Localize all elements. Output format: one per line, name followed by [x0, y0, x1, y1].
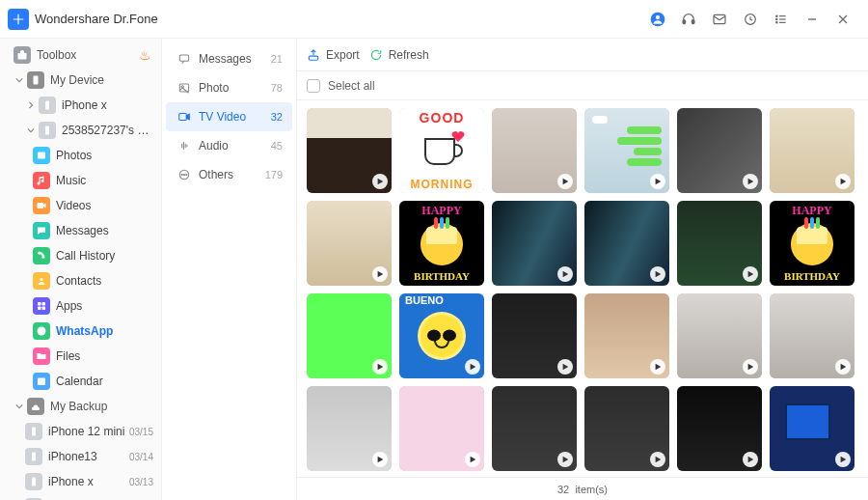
category-photo[interactable]: Photo 78 [166, 73, 292, 102]
account-icon[interactable] [644, 6, 671, 33]
history-icon[interactable] [737, 6, 764, 33]
play-icon [372, 359, 388, 375]
headset-icon[interactable] [675, 6, 702, 33]
sticker-text: HAPPY [792, 205, 831, 216]
sidebar-item-calendar[interactable]: Calendar [0, 369, 161, 394]
play-icon [650, 174, 665, 189]
toolbox-icon [14, 46, 31, 64]
svg-rect-16 [38, 302, 41, 306]
video-thumb[interactable] [770, 386, 854, 471]
svg-rect-19 [42, 307, 46, 311]
sidebar-item-music[interactable]: Music [0, 168, 161, 193]
whatsapp-icon [33, 322, 50, 340]
play-icon [557, 359, 573, 375]
sidebar-my-device[interactable]: My Device [0, 68, 161, 93]
video-thumb[interactable] [399, 386, 484, 471]
sidebar-device-mi[interactable]: 2538527237's Mi ... [0, 118, 161, 143]
video-thumb[interactable] [770, 108, 854, 193]
category-photo-label: Photo [199, 81, 271, 95]
video-thumb[interactable] [492, 386, 577, 471]
sidebar: Toolbox ♨ My Device iPhone x 2538527237'… [0, 39, 162, 500]
sidebar-apps-label: Apps [56, 299, 153, 313]
play-icon [650, 359, 665, 375]
list-icon[interactable] [768, 6, 795, 33]
video-thumb[interactable] [584, 108, 669, 193]
chevron-down-icon [14, 76, 25, 84]
sidebar-backup-2-label: iPhone x [48, 475, 125, 488]
video-thumb[interactable] [770, 293, 854, 378]
video-thumb[interactable] [677, 386, 762, 471]
svg-rect-24 [32, 453, 36, 461]
video-thumb[interactable] [492, 201, 577, 286]
sidebar-item-whatsapp[interactable]: WhatsApp [0, 319, 161, 344]
video-thumb[interactable] [677, 293, 762, 378]
sidebar-device-iphonex[interactable]: iPhone x [0, 93, 161, 118]
sidebar-item-files[interactable]: Files [0, 344, 161, 369]
category-photo-count: 78 [271, 82, 283, 94]
video-thumb[interactable]: GOOD MORNING [399, 108, 484, 193]
svg-point-35 [186, 174, 187, 175]
sidebar-backup-history[interactable]: Backup History [0, 494, 161, 500]
mail-icon[interactable] [706, 6, 733, 33]
category-others-label: Others [199, 168, 265, 181]
sidebar-item-apps[interactable]: Apps [0, 293, 161, 319]
svg-point-8 [776, 21, 777, 22]
sticker-text: MORNING [411, 179, 474, 190]
category-messages-label: Messages [199, 52, 271, 66]
play-icon [835, 452, 851, 467]
svg-rect-31 [179, 114, 187, 121]
export-button[interactable]: Export [307, 48, 360, 62]
sidebar-item-call-history[interactable]: Call History [0, 243, 161, 268]
video-thumb[interactable] [677, 201, 762, 286]
sidebar-my-backup[interactable]: My Backup [0, 394, 161, 419]
svg-rect-10 [34, 76, 39, 85]
select-all-checkbox[interactable] [307, 79, 320, 93]
video-thumb[interactable] [307, 201, 392, 286]
svg-rect-9 [808, 18, 816, 19]
video-thumb[interactable] [584, 386, 669, 471]
play-icon [743, 359, 758, 375]
video-thumb[interactable] [307, 386, 392, 471]
video-thumb[interactable]: HAPPY BIRTHDAY [770, 201, 854, 286]
sticker-text: BIRTHDAY [414, 271, 470, 282]
sidebar-item-messages[interactable]: Messages [0, 218, 161, 243]
sidebar-item-videos[interactable]: Videos [0, 193, 161, 218]
sidebar-item-contacts[interactable]: Contacts [0, 268, 161, 293]
status-count: 32 [557, 484, 569, 495]
play-icon [557, 452, 573, 467]
category-audio[interactable]: Audio 45 [166, 131, 292, 160]
minimize-button[interactable] [799, 6, 826, 33]
others-icon [176, 168, 193, 181]
category-others[interactable]: Others 179 [166, 160, 292, 189]
sidebar-backup-2-date: 03/13 [129, 477, 153, 487]
category-others-count: 179 [265, 169, 283, 181]
phone-icon [25, 423, 42, 440]
video-thumb[interactable] [584, 201, 669, 286]
video-thumb[interactable] [492, 293, 577, 378]
play-icon [465, 359, 480, 375]
sidebar-backup-2[interactable]: iPhone x 03/13 [0, 469, 161, 494]
svg-point-6 [776, 15, 777, 16]
video-thumb[interactable]: BUENO [399, 293, 484, 378]
video-thumb[interactable] [307, 293, 392, 378]
category-tvvideo-label: TV Video [199, 110, 271, 124]
video-thumb[interactable] [677, 108, 762, 193]
category-messages[interactable]: Messages 21 [166, 44, 292, 73]
video-thumb[interactable]: HAPPY BIRTHDAY [399, 201, 484, 286]
sidebar-backup-1[interactable]: iPhone13 03/14 [0, 444, 161, 469]
video-thumb[interactable] [492, 108, 577, 193]
svg-rect-14 [38, 203, 44, 208]
refresh-button[interactable]: Refresh [369, 48, 429, 62]
calendar-icon [33, 373, 50, 390]
export-label: Export [326, 48, 360, 62]
refresh-label: Refresh [389, 48, 429, 62]
sidebar-toolbox[interactable]: Toolbox ♨ [0, 42, 161, 68]
video-thumb[interactable] [584, 293, 669, 378]
sidebar-item-photos[interactable]: Photos [0, 143, 161, 168]
sticker-text: GOOD [420, 111, 465, 125]
video-thumb[interactable] [307, 108, 392, 193]
sidebar-backup-0[interactable]: iPhone 12 mini 03/15 [0, 419, 161, 444]
close-button[interactable] [829, 6, 856, 33]
category-tv-video[interactable]: TV Video 32 [166, 102, 292, 131]
sidebar-contacts-label: Contacts [56, 274, 153, 288]
